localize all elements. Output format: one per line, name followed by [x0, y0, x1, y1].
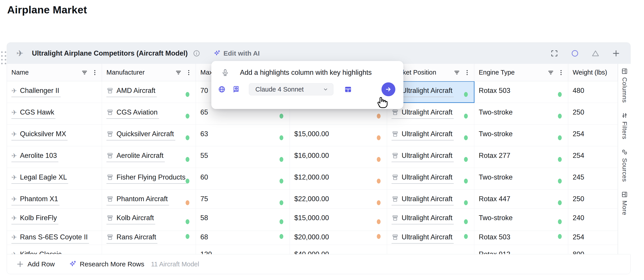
- entity-link[interactable]: CGS Aviation: [106, 108, 159, 119]
- cell-manufacturer[interactable]: Quicksilver Aircraft: [102, 125, 196, 146]
- cell-engine-type[interactable]: Two-stroke: [474, 168, 568, 189]
- cell-weight[interactable]: 254: [568, 146, 618, 168]
- entity-link[interactable]: ✈Phantom X1: [12, 195, 60, 205]
- cell-name[interactable]: ✈Kolb FireFly: [7, 209, 102, 231]
- cell-engine-type[interactable]: Rotax 503: [474, 231, 568, 245]
- cell-engine-type[interactable]: Two-stroke: [474, 209, 568, 231]
- cell-weight[interactable]: 254: [568, 231, 618, 245]
- entity-link[interactable]: Ultralight Aircraft: [392, 108, 454, 119]
- cell-max-speed[interactable]: 75: [196, 190, 290, 208]
- cell-weight[interactable]: 240: [568, 209, 618, 231]
- cell-name[interactable]: ✈Legal Eagle XL: [7, 168, 102, 189]
- cell-engine-type[interactable]: Rotax 503: [474, 81, 568, 103]
- cell-engine-type[interactable]: Two-stroke: [474, 103, 568, 124]
- edit-with-ai-button[interactable]: Edit with AI: [224, 50, 260, 57]
- cell-weight[interactable]: 250: [568, 190, 618, 208]
- cell-name[interactable]: ✈Challenger II: [7, 81, 102, 103]
- sidebar-item-columns[interactable]: Columns: [621, 68, 628, 103]
- microphone-icon[interactable]: [221, 69, 229, 77]
- cell-max-speed[interactable]: 120: [196, 245, 290, 255]
- cell-manufacturer[interactable]: AMD Aircraft: [102, 81, 196, 103]
- sidebar-item-sources[interactable]: Sources: [621, 149, 628, 182]
- entity-link[interactable]: ✈Quicksilver MX: [12, 130, 68, 140]
- entity-link[interactable]: ✈CGS Hawk: [12, 108, 56, 119]
- entity-link[interactable]: Ultralight Aircraft: [392, 233, 454, 244]
- kebab-menu-icon[interactable]: [185, 69, 192, 76]
- cell-manufacturer[interactable]: Aerolite Aircraft: [102, 146, 196, 168]
- filter-icon[interactable]: [81, 69, 88, 76]
- cell-manufacturer[interactable]: Kolb Aircraft: [102, 209, 196, 231]
- cell-engine-type[interactable]: Two-stroke: [474, 125, 568, 146]
- column-header-manufacturer[interactable]: Manufacturer: [102, 64, 196, 81]
- fullscreen-icon[interactable]: [550, 49, 558, 57]
- add-row-button[interactable]: Add Row: [28, 260, 55, 268]
- sidebar-item-more[interactable]: More: [621, 191, 628, 215]
- cell-market-position[interactable]: Ultralight Aircraft: [387, 146, 474, 168]
- entity-link[interactable]: Ultralight Aircraft: [392, 152, 454, 162]
- entity-link[interactable]: Ultralight Aircraft: [392, 214, 454, 224]
- filter-icon[interactable]: [175, 69, 182, 76]
- cell-market-position[interactable]: Ultralight Aircraft: [387, 231, 474, 245]
- info-icon[interactable]: [193, 50, 200, 57]
- cell-manufacturer[interactable]: Rans Aircraft: [102, 231, 196, 245]
- entity-link[interactable]: ✈Rans S-6ES Coyote II: [12, 233, 89, 244]
- cell-name[interactable]: ✈Rans S-6ES Coyote II: [7, 231, 102, 245]
- entity-link[interactable]: Rans Aircraft: [106, 233, 158, 244]
- column-header-name[interactable]: Name: [7, 64, 102, 81]
- filter-icon[interactable]: [548, 69, 554, 76]
- cell-price[interactable]: $40,000.00: [290, 245, 387, 255]
- cell-market-position[interactable]: Ultralight Aircraft: [387, 190, 474, 208]
- cell-name[interactable]: ✈Quicksilver MX: [7, 125, 102, 146]
- cell-weight[interactable]: 250: [568, 103, 618, 124]
- cell-manufacturer[interactable]: Phantom Aircraft: [102, 190, 196, 208]
- entity-link[interactable]: Ultralight Aircraft: [392, 195, 454, 205]
- plus-icon[interactable]: [612, 49, 620, 57]
- kebab-menu-icon[interactable]: [464, 69, 470, 76]
- cell-name[interactable]: ✈Kitfox Classic: [7, 245, 102, 255]
- entity-link[interactable]: Kolb Aircraft: [106, 214, 155, 224]
- entity-link[interactable]: ✈Aerolite 103: [12, 152, 58, 162]
- cell-price[interactable]: $15,000.00: [290, 125, 387, 146]
- entity-link[interactable]: Ultralight Aircraft: [392, 173, 454, 184]
- entity-link[interactable]: Quicksilver Aircraft: [106, 130, 175, 140]
- entity-link[interactable]: ✈Kolb FireFly: [12, 214, 58, 224]
- entity-link[interactable]: Fisher Flying Products: [106, 173, 187, 184]
- entity-link[interactable]: Ultralight Aircraft: [392, 130, 454, 140]
- cell-name[interactable]: ✈Phantom X1: [7, 190, 102, 208]
- cell-max-speed[interactable]: 68: [196, 231, 290, 245]
- cell-price[interactable]: $16,000.00: [290, 146, 387, 168]
- cell-engine-type[interactable]: Rotax 912: [474, 245, 568, 255]
- cell-manufacturer[interactable]: CGS Aviation: [102, 103, 196, 124]
- model-selector[interactable]: Claude 4 Sonnet: [249, 83, 334, 95]
- cell-weight[interactable]: 480: [568, 81, 618, 103]
- kebab-menu-icon[interactable]: [92, 69, 98, 76]
- entity-link[interactable]: AMD Aircraft: [106, 87, 157, 97]
- globe-icon[interactable]: [218, 86, 226, 93]
- drag-handle-icon[interactable]: [1, 51, 6, 65]
- cell-max-speed[interactable]: 55: [196, 146, 290, 168]
- ai-prompt-input[interactable]: Add a highlights column with key highlig…: [240, 69, 377, 77]
- entity-link[interactable]: ✈Challenger II: [12, 87, 60, 97]
- cell-market-position[interactable]: Ultralight Aircraft: [387, 209, 474, 231]
- cell-price[interactable]: $12,000.00: [290, 168, 387, 189]
- cell-weight[interactable]: 254: [568, 125, 618, 146]
- cell-manufacturer[interactable]: Fisher Flying Products: [102, 168, 196, 189]
- entity-link[interactable]: Phantom Aircraft: [106, 195, 169, 205]
- circle-shape-icon[interactable]: [571, 49, 579, 57]
- cell-market-position[interactable]: [387, 245, 474, 255]
- cell-price[interactable]: $20,000.00: [290, 231, 387, 245]
- cell-max-speed[interactable]: 63: [196, 125, 290, 146]
- cell-name[interactable]: ✈CGS Hawk: [7, 103, 102, 124]
- cell-max-speed[interactable]: 58: [196, 209, 290, 231]
- table-grid-icon[interactable]: [344, 86, 352, 93]
- triangle-shape-icon[interactable]: [592, 49, 600, 57]
- cell-name[interactable]: ✈Aerolite 103: [7, 146, 102, 168]
- kebab-menu-icon[interactable]: [558, 69, 564, 76]
- cell-weight[interactable]: 800: [568, 245, 618, 255]
- cell-weight[interactable]: 245: [568, 168, 618, 189]
- entity-link[interactable]: ✈Legal Eagle XL: [12, 173, 68, 184]
- column-header-weight[interactable]: Weight (lbs): [568, 64, 618, 81]
- cell-price[interactable]: $15,000.00: [290, 209, 387, 231]
- cell-price[interactable]: $22,000.00: [290, 190, 387, 208]
- research-more-rows-button[interactable]: Research More Rows: [80, 260, 144, 268]
